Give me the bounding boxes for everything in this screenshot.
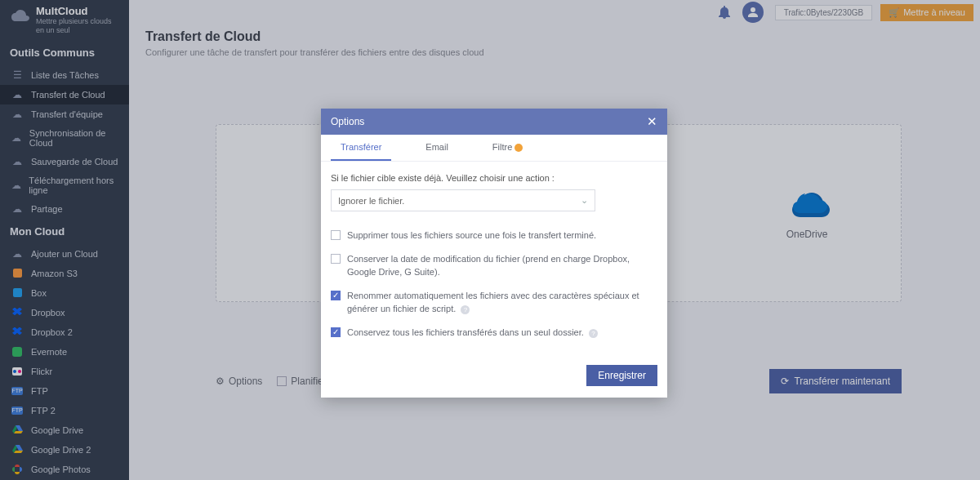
chevron-down-icon: ⌄ <box>581 195 588 206</box>
info-icon[interactable]: ? <box>461 305 470 314</box>
option-one-folder[interactable]: Conservez tous les fichiers transférés d… <box>331 327 657 339</box>
modal-body: Si le fichier cible existe déjà. Veuille… <box>321 162 667 357</box>
select-value: Ignorer le fichier. <box>338 196 404 206</box>
tab-label: Filtre <box>492 142 512 152</box>
checkbox-icon <box>331 230 341 240</box>
conflict-prompt: Si le fichier cible existe déjà. Veuille… <box>331 173 657 183</box>
option-label: Renommer automatiquement les fichiers av… <box>347 290 657 315</box>
close-icon[interactable]: ✕ <box>647 114 657 129</box>
options-modal: Options ✕ Transférer Email Filtre Si le … <box>321 109 667 398</box>
modal-tabs: Transférer Email Filtre <box>321 135 667 162</box>
info-icon[interactable]: ? <box>589 329 598 338</box>
conflict-action-select[interactable]: Ignorer le fichier. ⌄ <box>331 189 595 211</box>
option-auto-rename[interactable]: Renommer automatiquement les fichiers av… <box>331 290 657 315</box>
tab-filter[interactable]: Filtre <box>483 135 532 161</box>
option-label: Conservez tous les fichiers transférés d… <box>347 327 598 339</box>
save-button[interactable]: Enregistrer <box>586 365 657 386</box>
tab-email[interactable]: Email <box>416 135 458 161</box>
option-delete-source[interactable]: Supprimer tous les fichiers source une f… <box>331 229 657 242</box>
tab-label: Transférer <box>341 142 381 152</box>
option-label: Conserver la date de modification du fic… <box>347 253 657 278</box>
checkbox-checked-icon <box>331 327 341 337</box>
tab-label: Email <box>425 142 448 152</box>
modal-header: Options ✕ <box>321 109 667 135</box>
option-keep-date[interactable]: Conserver la date de modification du fic… <box>331 253 657 278</box>
tab-transfer[interactable]: Transférer <box>331 135 391 161</box>
badge-dot-icon <box>514 144 523 152</box>
checkbox-icon <box>331 254 341 264</box>
checkbox-checked-icon <box>331 291 341 300</box>
modal-footer: Enregistrer <box>321 357 667 398</box>
option-label: Supprimer tous les fichiers source une f… <box>347 229 596 242</box>
modal-title: Options <box>331 116 364 127</box>
